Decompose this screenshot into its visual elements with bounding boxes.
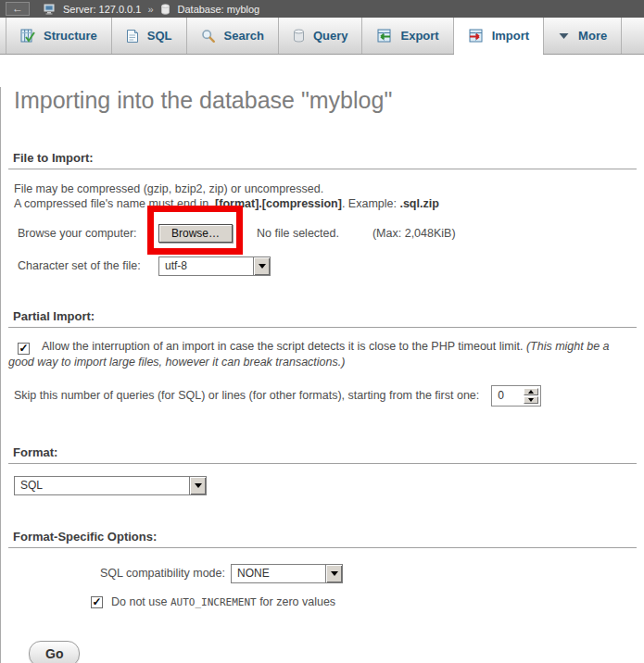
compression-note: File may be compressed (gzip, bzip2, zip… (14, 182, 323, 195)
browse-button[interactable]: Browse… (158, 224, 233, 243)
file-import-help-text: File may be compressed (gzip, bzip2, zip… (14, 181, 644, 211)
tab-query[interactable]: Query (279, 18, 363, 54)
tab-label: Query (313, 29, 348, 43)
max-upload-size: (Max: 2,048KiB) (373, 227, 456, 240)
allow-interrupt-label: Allow the interruption of an import in c… (42, 340, 526, 353)
tab-import[interactable]: Import (454, 18, 544, 54)
structure-icon (20, 29, 35, 44)
file-upload-row: Browse your computer: Browse… No file se… (18, 223, 644, 244)
skip-queries-input[interactable] (494, 388, 524, 404)
allow-interrupt-checkbox[interactable]: ✓ (18, 343, 30, 355)
format-heading: Format: (8, 445, 637, 464)
auto-increment-checkbox[interactable]: ✓ (91, 596, 103, 608)
format-specific-heading: Format-Specific Options: (8, 530, 637, 548)
tab-label: Structure (44, 29, 97, 43)
auto-increment-row: ✓ Do not use AUTO_INCREMENT for zero val… (91, 595, 644, 608)
breadcrumb-separator: » (147, 4, 153, 15)
dropdown-arrow-icon[interactable] (325, 565, 342, 582)
spinner-down-button[interactable] (524, 396, 538, 404)
allow-interrupt-row: ✓Allow the interruption of an import in … (8, 339, 631, 369)
file-to-import-heading: File to Import: (8, 151, 637, 169)
sql-compatibility-label: SQL compatibility mode: (91, 567, 225, 580)
dropdown-arrow-icon[interactable] (189, 477, 206, 494)
skip-queries-label: Skip this number of queries (for SQL) or… (14, 389, 479, 402)
sql-icon (126, 29, 139, 44)
browse-label: Browse your computer: (18, 227, 158, 240)
page-title: Importing into the database "myblog" (14, 87, 644, 113)
server-icon (44, 4, 56, 15)
import-page: Importing into the database "myblog" Fil… (0, 87, 644, 663)
tab-label: Search (224, 29, 264, 43)
tab-export[interactable]: Export (362, 18, 453, 54)
query-icon (293, 29, 305, 43)
auto-increment-label: Do not use AUTO_INCREMENT for zero value… (111, 595, 335, 608)
skip-queries-row: Skip this number of queries (for SQL) or… (14, 384, 644, 407)
breadcrumb-server[interactable]: Server: 127.0.0.1 (63, 4, 141, 15)
back-button[interactable]: ← (6, 2, 30, 16)
sql-compatibility-select[interactable]: NONE (231, 564, 343, 583)
skip-queries-spinner (491, 385, 541, 407)
breadcrumb-database[interactable]: Database: myblog (178, 4, 260, 15)
filename-pattern: .[format].[compression] (212, 197, 342, 210)
format-selected-value: SQL (15, 477, 189, 494)
tab-search[interactable]: Search (187, 18, 279, 54)
tab-sql[interactable]: SQL (112, 18, 187, 54)
chevron-down-icon (558, 31, 570, 41)
auto-increment-label-pre: Do not use (111, 595, 170, 608)
auto-increment-keyword: AUTO_INCREMENT (170, 596, 257, 608)
charset-row: Character set of the file: utf-8 (18, 256, 644, 276)
tab-label: SQL (147, 29, 172, 43)
tab-bar: Structure SQL Search Query Export Import (0, 18, 644, 55)
no-file-selected-text: No file selected. (257, 227, 339, 240)
go-button[interactable]: Go (29, 641, 80, 663)
spinner-up-button[interactable] (524, 388, 538, 395)
charset-label: Character set of the file: (18, 259, 158, 272)
database-icon (160, 4, 170, 15)
sql-compatibility-row: SQL compatibility mode: NONE (91, 563, 644, 583)
breadcrumb-bar: ← Server: 127.0.0.1 » Database: myblog (0, 0, 644, 18)
filename-example-label: . Example: (342, 197, 400, 210)
partial-import-heading: Partial Import: (8, 309, 637, 328)
sql-compatibility-value: NONE (232, 565, 325, 582)
tab-structure[interactable]: Structure (6, 18, 112, 54)
filename-example: .sql.zip (399, 197, 438, 210)
format-select[interactable]: SQL (14, 476, 207, 495)
search-icon (201, 29, 216, 44)
export-icon (376, 29, 392, 44)
charset-select[interactable]: utf-8 (158, 256, 271, 276)
tab-label: Import (492, 29, 529, 43)
tab-label: Export (400, 29, 438, 43)
auto-increment-label-post: for zero values (257, 595, 335, 608)
charset-selected-value: utf-8 (159, 257, 253, 275)
filename-note: A compressed file's name must end in (14, 197, 212, 210)
tab-label: More (578, 29, 607, 43)
import-icon (468, 29, 484, 44)
tab-more[interactable]: More (544, 18, 622, 54)
dropdown-arrow-icon[interactable] (253, 257, 270, 275)
